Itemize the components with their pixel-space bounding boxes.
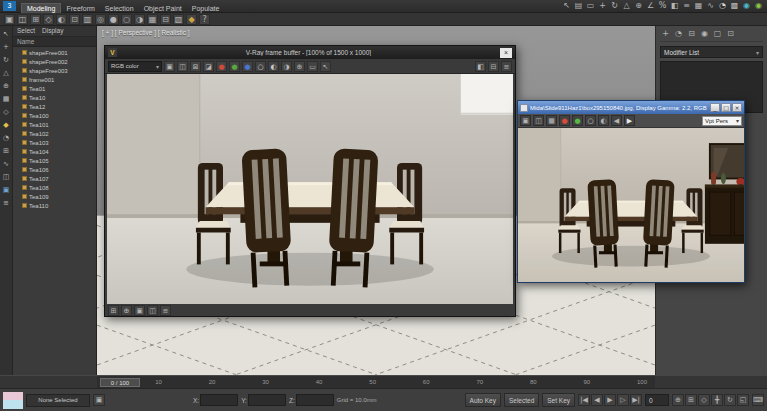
save-image-icon[interactable]: ▣ — [164, 61, 175, 72]
x-coordinate-field[interactable] — [200, 394, 238, 406]
scene-object-row[interactable]: shapeFree002 — [13, 57, 96, 66]
select-and-move-icon[interactable]: + — [597, 1, 608, 12]
monochrome-icon[interactable]: ◐ — [268, 61, 279, 72]
scene-object-row[interactable]: Tea102 — [13, 129, 96, 138]
edit-poly-icon[interactable]: ⊞ — [30, 14, 41, 25]
history-icon[interactable]: ⊟ — [488, 61, 499, 72]
ribbon-tab-modeling[interactable]: Modeling — [21, 3, 61, 13]
z-coordinate-field[interactable] — [296, 394, 334, 406]
select-tool-icon[interactable]: ↖ — [1, 30, 11, 40]
set-key-button[interactable]: Set Key — [542, 393, 575, 407]
green-channel-icon[interactable]: ● — [229, 61, 240, 72]
display-tool-icon[interactable]: ▣ — [1, 186, 11, 196]
time-slider[interactable]: 0 / 100 — [100, 378, 140, 387]
snap-toggle-icon[interactable]: ⊕ — [633, 1, 644, 12]
viewport-config-icon[interactable]: ⊟ — [160, 14, 171, 25]
render-production-icon[interactable]: ◉ — [741, 1, 752, 12]
track-bar[interactable]: 0 / 100 0102030405060708090100 — [97, 375, 655, 388]
select-object-icon[interactable]: ↖ — [561, 1, 572, 12]
render-setup-icon[interactable]: ▩ — [729, 1, 740, 12]
minimize-button[interactable]: _ — [710, 103, 720, 112]
orbit-icon[interactable]: ↻ — [724, 394, 736, 406]
scene-object-row[interactable]: Tea106 — [13, 165, 96, 174]
geometry-tool-icon[interactable]: ▦ — [1, 95, 11, 105]
keyboard-shortcut-toggle-icon[interactable]: ⌨ — [752, 394, 764, 406]
scene-object-row[interactable]: Tea110 — [13, 201, 96, 210]
play-animation-icon[interactable]: ▶ — [604, 394, 616, 406]
scene-object-row[interactable]: shapeFree001 — [13, 48, 96, 57]
scene-object-row[interactable]: Tea107 — [13, 174, 96, 183]
pan-icon[interactable]: ╋ — [711, 394, 723, 406]
region-render-icon[interactable]: ▭ — [307, 61, 318, 72]
scene-object-row[interactable]: Tea108 — [13, 183, 96, 192]
curve-editor-icon[interactable]: ∿ — [705, 1, 716, 12]
y-coordinate-field[interactable] — [248, 394, 286, 406]
lights-tool-icon[interactable]: ◆ — [1, 121, 11, 131]
maxscript-mini-listener[interactable] — [3, 392, 23, 409]
move-tool-icon[interactable]: + — [1, 43, 11, 53]
scene-object-row[interactable]: Tea100 — [13, 111, 96, 120]
paint-deform-icon[interactable]: ◐ — [56, 14, 67, 25]
zoom-buffer-icon[interactable]: ⊕ — [121, 305, 132, 316]
application-button[interactable]: 3 — [3, 1, 16, 11]
zoom-all-icon[interactable]: ⊞ — [685, 394, 697, 406]
align-icon[interactable]: ≡ — [681, 1, 692, 12]
alpha-channel-icon[interactable]: ○ — [585, 115, 596, 126]
wireframe-mode-icon[interactable]: ○ — [121, 14, 132, 25]
explorer-menu-select[interactable]: Select — [17, 27, 35, 35]
clone-window-icon[interactable]: ◫ — [533, 115, 544, 126]
viewer-titlebar[interactable]: Mida\Slide911Haz1\box295150840.jpg, Disp… — [518, 101, 744, 114]
percent-snap-icon[interactable]: % — [657, 1, 668, 12]
scene-object-row[interactable]: Tea103 — [13, 138, 96, 147]
green-channel-icon[interactable]: ● — [572, 115, 583, 126]
explorer-name-header[interactable]: Name — [13, 37, 96, 47]
selection-sets-icon[interactable]: ▥ — [82, 14, 93, 25]
layer-manager-icon[interactable]: ▦ — [693, 1, 704, 12]
pixel-info-icon[interactable]: ⊕ — [294, 61, 305, 72]
scene-object-row[interactable]: Tea01 — [13, 84, 96, 93]
selection-lock-icon[interactable]: ▣ — [93, 394, 105, 406]
one-to-one-icon[interactable]: ▣ — [134, 305, 145, 316]
scene-object-row[interactable]: Tea104 — [13, 147, 96, 156]
go-to-start-icon[interactable]: |◀ — [578, 394, 590, 406]
scene-object-row[interactable]: frame001 — [13, 75, 96, 84]
vfb-settings-icon[interactable]: ≡ — [501, 61, 512, 72]
duplicate-buffer-icon[interactable]: ◪ — [203, 61, 214, 72]
color-channels-icon[interactable]: ▦ — [546, 115, 557, 126]
viewport-dropdown[interactable]: Vpt Pers ▾ — [702, 116, 742, 126]
red-channel-icon[interactable]: ● — [559, 115, 570, 126]
ribbon-tab-selection[interactable]: Selection — [100, 4, 139, 13]
grid-toggle-icon[interactable]: ▦ — [147, 14, 158, 25]
save-image-icon[interactable]: ▣ — [520, 115, 531, 126]
ribbon-tab-freeform[interactable]: Freeform — [61, 4, 99, 13]
systems-tool-icon[interactable]: ◫ — [1, 173, 11, 183]
rollover-info-icon[interactable]: ◧ — [475, 61, 486, 72]
scene-object-row[interactable]: Tea12 — [13, 102, 96, 111]
alpha-channel-icon[interactable]: ○ — [255, 61, 266, 72]
scene-object-row[interactable]: shapeFree003 — [13, 66, 96, 75]
rotate-tool-icon[interactable]: ↻ — [1, 56, 11, 66]
selection-region-icon[interactable]: ▭ — [585, 1, 596, 12]
scene-explorer-icon[interactable]: ▧ — [173, 14, 184, 25]
color-clamp-icon[interactable]: ◑ — [281, 61, 292, 72]
modifier-list-dropdown[interactable]: Modifier List ▾ — [660, 46, 763, 58]
compare-horizontal-icon[interactable]: ◫ — [147, 305, 158, 316]
channel-dropdown[interactable]: RGB color ▾ — [108, 61, 162, 72]
buffer-info-icon[interactable]: ≡ — [160, 305, 171, 316]
angle-snap-icon[interactable]: ∠ — [645, 1, 656, 12]
polygon-modeling-icon[interactable]: ▣ — [4, 14, 15, 25]
viewport-label[interactable]: [ + ] [ Perspective ] [ Realistic ] — [102, 29, 190, 36]
pivot-icon[interactable]: ◎ — [95, 14, 106, 25]
close-icon[interactable]: × — [500, 48, 512, 58]
shapes-tool-icon[interactable]: ◇ — [1, 108, 11, 118]
current-frame-field[interactable]: 0 — [645, 394, 669, 406]
scene-object-row[interactable]: Tea105 — [13, 156, 96, 165]
swift-loop-icon[interactable]: ◇ — [43, 14, 54, 25]
maximize-viewport-icon[interactable]: ◱ — [737, 394, 749, 406]
previous-frame-icon[interactable]: ◀ — [591, 394, 603, 406]
clear-image-icon[interactable]: ⊠ — [190, 61, 201, 72]
workspace-icon[interactable]: ◆ — [186, 14, 197, 25]
monochrome-icon[interactable]: ◐ — [598, 115, 609, 126]
zoom-icon[interactable]: ⊕ — [672, 394, 684, 406]
shaded-mode-icon[interactable]: ● — [108, 14, 119, 25]
